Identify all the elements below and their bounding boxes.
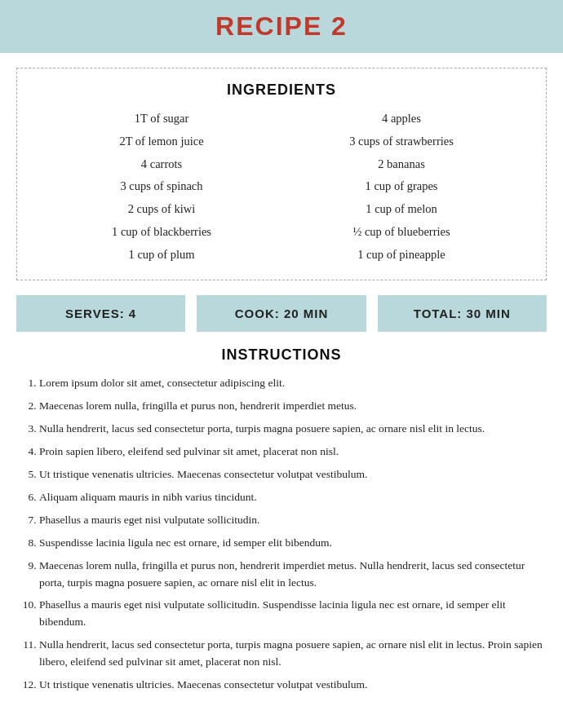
- ingredients-grid: 1T of sugar2T of lemon juice4 carrots3 c…: [42, 110, 521, 263]
- instructions-list: Lorem ipsum dolor sit amet, consectetur …: [16, 375, 547, 694]
- ingredients-section: INGREDIENTS 1T of sugar2T of lemon juice…: [16, 68, 547, 280]
- instruction-step: Maecenas lorem nulla, fringilla et purus…: [39, 398, 547, 415]
- ingredient-item: 1T of sugar: [135, 110, 189, 128]
- ingredient-item: 1 cup of blackberries: [112, 223, 211, 241]
- recipe-title: RECIPE 2: [16, 11, 547, 42]
- ingredients-heading: INGREDIENTS: [42, 82, 521, 99]
- instruction-step: Phasellus a mauris eget nisi vulputate s…: [39, 597, 547, 631]
- ingredient-item: 1 cup of grapes: [366, 178, 438, 196]
- page-wrapper: RECIPE 2 INGREDIENTS 1T of sugar2T of le…: [0, 0, 563, 694]
- stats-row: SERVES: 4 COOK: 20 MIN TOTAL: 30 MIN: [16, 295, 547, 332]
- ingredient-item: 2T of lemon juice: [119, 133, 203, 151]
- ingredients-right-col: 4 apples3 cups of strawberries2 bananas1…: [282, 110, 521, 263]
- instruction-step: Suspendisse lacinia ligula nec est ornar…: [39, 535, 547, 552]
- instruction-step: Aliquam aliquam mauris in nibh varius ti…: [39, 489, 547, 506]
- instruction-step: Maecenas lorem nulla, fringilla et purus…: [39, 558, 547, 592]
- total-stat: TOTAL: 30 MIN: [378, 295, 547, 332]
- ingredients-left-col: 1T of sugar2T of lemon juice4 carrots3 c…: [42, 110, 282, 263]
- ingredient-item: 1 cup of melon: [366, 201, 437, 218]
- ingredient-item: 3 cups of strawberries: [349, 133, 454, 151]
- ingredient-item: 2 cups of kiwi: [128, 201, 196, 218]
- instruction-step: Lorem ipsum dolor sit amet, consectetur …: [39, 375, 547, 392]
- recipe-header: RECIPE 2: [0, 0, 563, 53]
- instruction-step: Ut tristique venenatis ultricies. Maecen…: [39, 677, 547, 694]
- instructions-section: INSTRUCTIONS Lorem ipsum dolor sit amet,…: [16, 346, 547, 694]
- serves-stat: SERVES: 4: [16, 295, 185, 332]
- instruction-step: Proin sapien libero, eleifend sed pulvin…: [39, 443, 547, 461]
- ingredient-item: 4 carrots: [141, 156, 182, 174]
- instruction-step: Nulla hendrerit, lacus sed consectetur p…: [39, 421, 547, 438]
- instruction-step: Nulla hendrerit, lacus sed consectetur p…: [39, 637, 547, 671]
- ingredient-item: 1 cup of plum: [129, 246, 195, 264]
- instruction-step: Phasellus a mauris eget nisi vulputate s…: [39, 512, 547, 529]
- instructions-heading: INSTRUCTIONS: [16, 346, 547, 364]
- ingredient-item: 1 cup of pineapple: [357, 246, 446, 264]
- ingredient-item: 4 apples: [382, 110, 421, 128]
- ingredient-item: ½ cup of blueberries: [352, 223, 450, 241]
- ingredient-item: 3 cups of spinach: [120, 178, 202, 196]
- instruction-step: Ut tristique venenatis ultricies. Maecen…: [39, 466, 547, 483]
- ingredient-item: 2 bananas: [378, 156, 425, 174]
- cook-stat: COOK: 20 MIN: [197, 295, 366, 332]
